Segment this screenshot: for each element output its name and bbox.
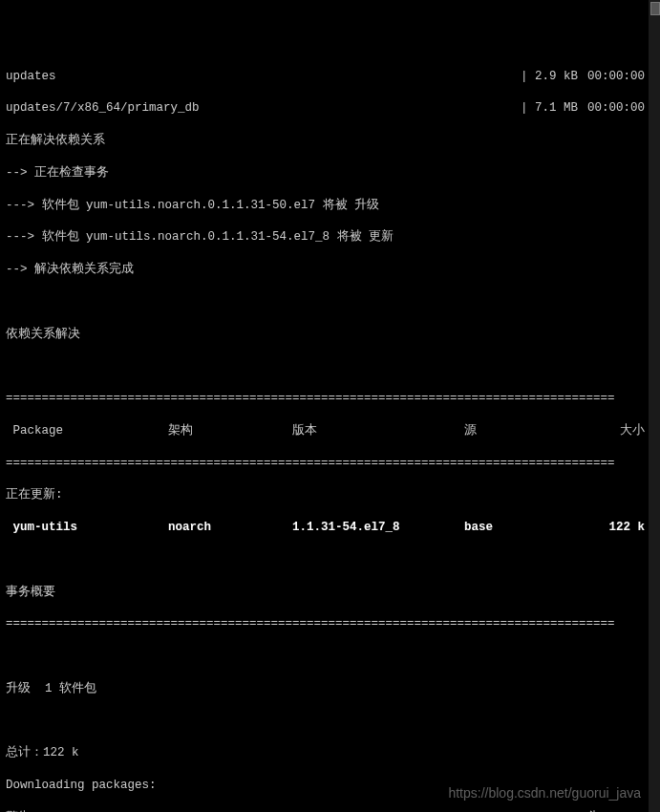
divider: ========================================… bbox=[6, 456, 654, 472]
download-time: 00:00:00 bbox=[578, 69, 654, 85]
total-size: 总计：122 k bbox=[6, 745, 654, 761]
pkg-repo: base bbox=[464, 520, 598, 536]
download-time: 00:00:00 bbox=[578, 100, 654, 117]
blank-line bbox=[6, 552, 654, 568]
pkg-version: 1.1.31-54.el7_8 bbox=[292, 520, 464, 536]
upgrade-count: 升级 1 软件包 bbox=[6, 681, 654, 697]
resolve-line: --> 正在检查事务 bbox=[6, 165, 654, 182]
scrollbar-thumb[interactable] bbox=[650, 2, 660, 15]
col-arch: 架构 bbox=[168, 423, 292, 439]
download-row: updates/7/x86_64/primary_db | 7.1 MB 00:… bbox=[6, 100, 654, 117]
download-size: | 7.1 MB bbox=[511, 100, 578, 117]
pkg-name: yum-utils bbox=[6, 520, 168, 536]
col-package: Package bbox=[6, 423, 168, 439]
pkg-arch: noarch bbox=[168, 520, 292, 536]
download-name: updates bbox=[6, 69, 511, 85]
blank-line bbox=[6, 358, 654, 374]
resolve-line: ---> 软件包 yum-utils.noarch.0.1.1.31-54.el… bbox=[6, 229, 654, 246]
download-size: | 2.9 kB bbox=[511, 69, 578, 85]
dep-resolved: 依赖关系解决 bbox=[6, 327, 654, 343]
col-version: 版本 bbox=[292, 423, 464, 439]
package-row: yum-utils noarch 1.1.31-54.el7_8 base 12… bbox=[6, 520, 654, 536]
blank-line bbox=[6, 294, 654, 310]
updating-label: 正在更新: bbox=[6, 487, 654, 503]
divider: ========================================… bbox=[6, 616, 654, 632]
col-repo: 源 bbox=[464, 423, 598, 439]
pkg-size: 122 k bbox=[598, 520, 654, 536]
col-size: 大小 bbox=[598, 423, 654, 439]
blank-line bbox=[6, 714, 654, 730]
resolve-line: 正在解决依赖关系 bbox=[6, 133, 654, 149]
download-row: updates | 2.9 kB 00:00:00 bbox=[6, 69, 654, 85]
divider: ========================================… bbox=[6, 391, 654, 407]
resolve-line: --> 解决依赖关系完成 bbox=[6, 262, 654, 278]
table-header: Package 架构 版本 源 大小 bbox=[6, 423, 654, 439]
watermark: https://blog.csdn.net/guorui_java bbox=[448, 784, 641, 802]
blank-line bbox=[6, 649, 654, 665]
download-name: updates/7/x86_64/primary_db bbox=[6, 100, 511, 117]
transaction-summary: 事务概要 bbox=[6, 585, 654, 601]
resolve-line: ---> 软件包 yum-utils.noarch.0.1.1.31-50.el… bbox=[6, 198, 654, 214]
scrollbar[interactable] bbox=[649, 0, 660, 812]
